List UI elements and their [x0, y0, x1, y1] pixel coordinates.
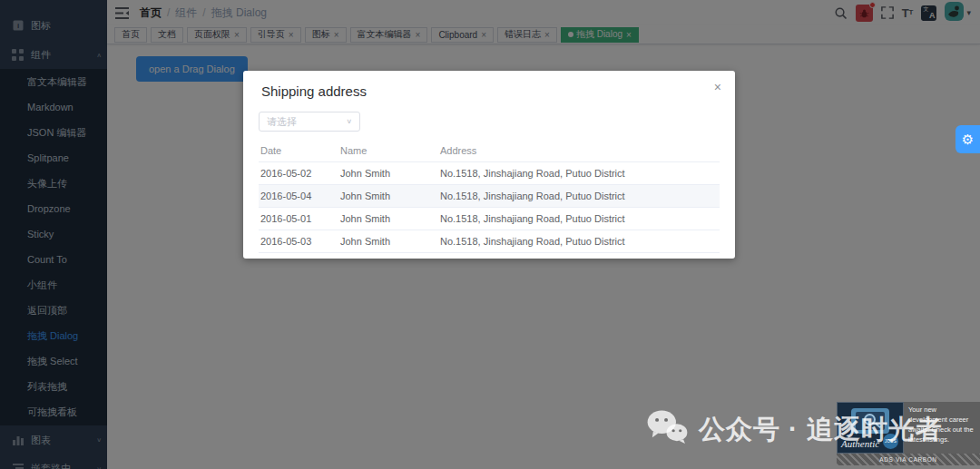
table-cell: 2016-05-04 [259, 185, 338, 208]
ad-image: Authentic JOBS [837, 402, 904, 454]
table-cell: John Smith [338, 162, 438, 185]
select-placeholder: 请选择 [267, 115, 297, 129]
table-cell: No.1518, Jinshajiang Road, Putuo Distric… [438, 230, 720, 253]
table-row: 2016-05-02John SmithNo.1518, Jinshajiang… [259, 162, 720, 185]
ad-brand: Authentic [841, 438, 879, 449]
camera-illustration [851, 408, 889, 434]
settings-button[interactable]: ⚙ [956, 125, 980, 153]
table-cell: No.1518, Jinshajiang Road, Putuo Distric… [438, 185, 720, 208]
chevron-down-icon: ∨ [346, 118, 352, 125]
table-header-cell: Address [438, 140, 720, 162]
ad-badge: JOBS [883, 434, 898, 449]
table-cell: John Smith [338, 208, 438, 230]
ad-attribution: ADS VIA CARBON [837, 454, 980, 465]
table-header-row: DateNameAddress [259, 140, 720, 162]
table-cell: 2016-05-01 [259, 208, 338, 230]
table-cell: 2016-05-03 [259, 230, 338, 253]
filter-select[interactable]: 请选择 ∨ [259, 112, 360, 132]
table-cell: John Smith [338, 185, 438, 208]
table-row: 2016-05-03John SmithNo.1518, Jinshajiang… [259, 230, 720, 253]
table-row: 2016-05-01John SmithNo.1518, Jinshajiang… [259, 208, 720, 230]
table-header-cell: Date [259, 140, 338, 162]
dialog-title: Shipping address [261, 83, 367, 99]
table-body: 2016-05-02John SmithNo.1518, Jinshajiang… [259, 162, 720, 253]
table-cell: No.1518, Jinshajiang Road, Putuo Distric… [438, 208, 720, 230]
table-header-cell: Name [338, 140, 438, 162]
shipping-table: DateNameAddress 2016-05-02John SmithNo.1… [259, 140, 720, 253]
carbon-ad[interactable]: Authentic JOBS Your new development care… [837, 402, 980, 465]
dialog-header[interactable]: Shipping address × [243, 71, 735, 100]
ad-text: Your new development career awaits. Chec… [904, 402, 980, 454]
gear-icon: ⚙ [962, 132, 974, 146]
ad-content: Authentic JOBS Your new development care… [837, 402, 980, 454]
table-row: 2016-05-04John SmithNo.1518, Jinshajiang… [259, 185, 720, 208]
dialog-body: 请选择 ∨ DateNameAddress 2016-05-02John Smi… [243, 100, 735, 253]
table-cell: No.1518, Jinshajiang Road, Putuo Distric… [438, 162, 720, 185]
shipping-address-dialog: Shipping address × 请选择 ∨ DateNameAddress… [243, 71, 735, 259]
table-cell: John Smith [338, 230, 438, 253]
table-cell: 2016-05-02 [259, 162, 338, 185]
close-icon[interactable]: × [714, 81, 721, 93]
